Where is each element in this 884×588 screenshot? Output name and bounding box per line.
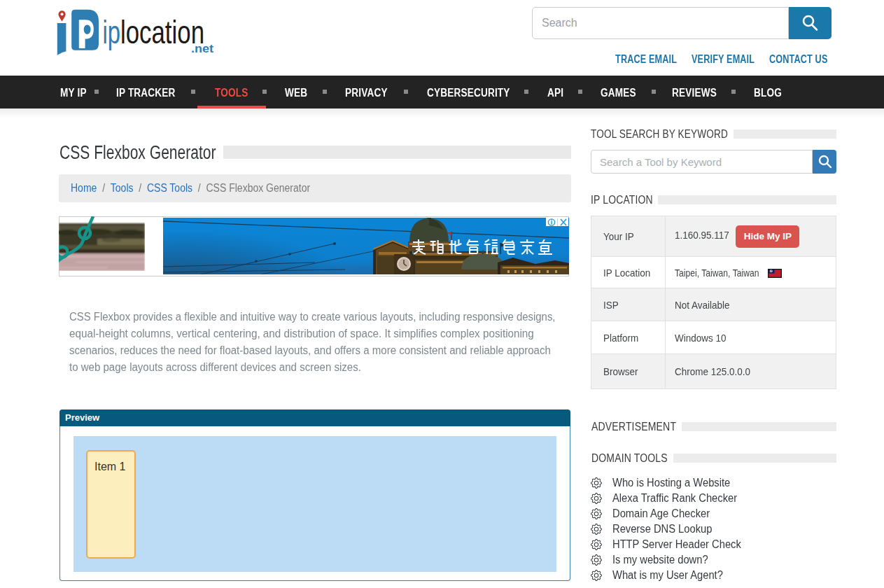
svg-text:ip: ip: [103, 14, 121, 50]
svg-text:.net: .net: [191, 43, 214, 55]
